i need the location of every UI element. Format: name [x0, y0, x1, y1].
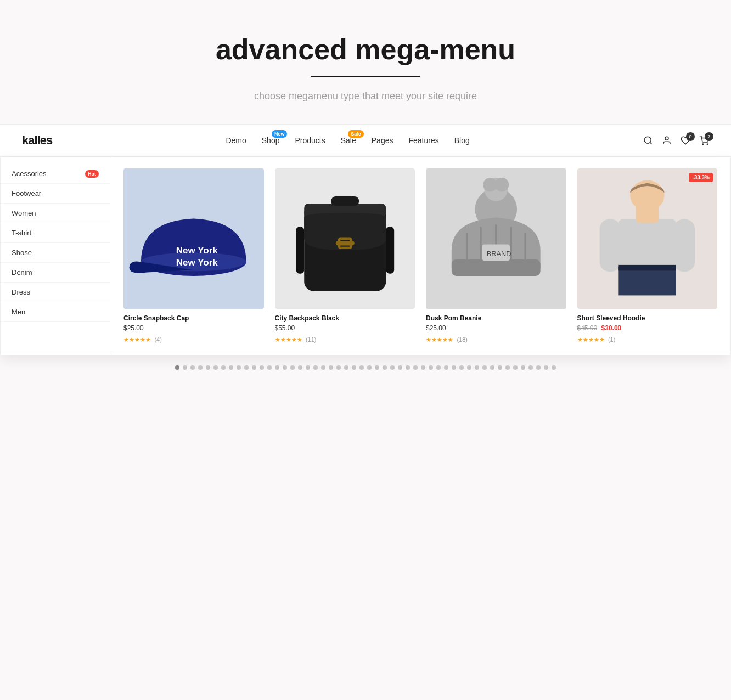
pagination-dot[interactable] — [482, 365, 487, 370]
pagination-dot[interactable] — [521, 365, 525, 370]
sidebar-item-tshirt[interactable]: T-shirt — [1, 223, 110, 243]
site-logo[interactable]: kalles — [22, 133, 52, 148]
pagination-dot[interactable] — [313, 365, 318, 370]
wishlist-button[interactable]: 0 — [681, 136, 690, 145]
sidebar-item-dress[interactable]: Dress — [1, 283, 110, 302]
pagination-dot[interactable] — [513, 365, 518, 370]
pagination-dot[interactable] — [290, 365, 295, 370]
pagination-dot[interactable] — [528, 365, 533, 370]
pagination-dot[interactable] — [336, 365, 341, 370]
pagination-dot[interactable] — [321, 365, 325, 370]
nav-item-features[interactable]: Features — [408, 136, 438, 145]
product-price-beanie: $25.00 — [426, 324, 566, 332]
pagination-dot[interactable] — [498, 365, 502, 370]
sidebar-item-women[interactable]: Women — [1, 204, 110, 223]
pagination-dot[interactable] — [329, 365, 333, 370]
pagination-dot[interactable] — [436, 365, 441, 370]
pagination-dot[interactable] — [406, 365, 410, 370]
product-card-beanie[interactable]: BRAND Dusk Pom Beanie $25.00 ★★★★★ (18) — [426, 168, 566, 344]
pagination-dot[interactable] — [190, 365, 195, 370]
nav-link-features[interactable]: Features — [408, 136, 438, 145]
pagination-dot[interactable] — [283, 365, 287, 370]
svg-text:New York: New York — [176, 245, 218, 256]
pagination-dot[interactable] — [344, 365, 348, 370]
sidebar-label-tshirt: T-shirt — [12, 229, 31, 237]
pagination-dot[interactable] — [383, 365, 387, 370]
pagination-dot[interactable] — [536, 365, 541, 370]
pagination-dot[interactable] — [398, 365, 402, 370]
pagination-dot[interactable] — [237, 365, 241, 370]
stars-backpack: ★★★★★ — [275, 336, 302, 343]
nav-item-blog[interactable]: Blog — [454, 136, 470, 145]
pagination-dot[interactable] — [490, 365, 494, 370]
pagination-dot[interactable] — [467, 365, 471, 370]
search-icon — [643, 136, 653, 145]
cart-button[interactable]: 7 — [699, 136, 709, 145]
pagination-dot[interactable] — [260, 365, 264, 370]
pagination-dot[interactable] — [359, 365, 364, 370]
search-button[interactable] — [643, 136, 653, 145]
pagination-dot[interactable] — [421, 365, 425, 370]
pagination-dot[interactable] — [367, 365, 372, 370]
sidebar-label-shoes: Shose — [12, 249, 32, 257]
pagination-dot[interactable] — [452, 365, 456, 370]
pagination-dot[interactable] — [206, 365, 210, 370]
mega-menu-products: New York New York Circle Snapback Cap $2… — [110, 157, 730, 355]
nav-item-demo[interactable]: Demo — [226, 136, 246, 145]
nav-icons: 0 7 — [643, 136, 709, 145]
user-button[interactable] — [662, 136, 672, 145]
pagination-dot[interactable] — [505, 365, 510, 370]
nav-item-sale[interactable]: Sale Sale — [341, 136, 356, 145]
wishlist-count: 0 — [686, 132, 695, 141]
pagination-dot[interactable] — [552, 365, 556, 370]
pagination-dot[interactable] — [183, 365, 187, 370]
pagination-dot[interactable] — [352, 365, 356, 370]
nav-link-blog[interactable]: Blog — [454, 136, 470, 145]
pagination-dot[interactable] — [221, 365, 226, 370]
pagination-dot[interactable] — [198, 365, 203, 370]
sidebar-label-dress: Dress — [12, 288, 30, 296]
pagination-dot[interactable] — [213, 365, 218, 370]
svg-point-19 — [495, 178, 509, 192]
product-price-hoodie: $45.00 $30.00 — [577, 324, 718, 332]
sidebar-item-footwear[interactable]: Footwear — [1, 184, 110, 204]
product-card-backpack[interactable]: City Backpack Black $55.00 ★★★★★ (11) — [275, 168, 415, 344]
sidebar-item-men[interactable]: Men — [1, 302, 110, 322]
product-price-cap: $25.00 — [123, 324, 264, 332]
pagination-dot[interactable] — [252, 365, 256, 370]
sidebar-item-shoes[interactable]: Shose — [1, 243, 110, 263]
sidebar-item-accessories[interactable]: Acessories Hot — [1, 164, 110, 184]
stars-cap: ★★★★★ — [123, 336, 151, 343]
pagination-dot[interactable] — [390, 365, 395, 370]
pagination-dot[interactable] — [267, 365, 272, 370]
svg-text:BRAND: BRAND — [487, 250, 511, 258]
svg-rect-30 — [674, 219, 695, 272]
hero-divider — [311, 76, 420, 77]
nav-link-products[interactable]: Products — [295, 136, 325, 145]
pagination-dot[interactable] — [175, 365, 179, 370]
product-name-hoodie: Short Sleeved Hoodie — [577, 314, 718, 322]
nav-link-pages[interactable]: Pages — [372, 136, 393, 145]
pagination-dot[interactable] — [306, 365, 310, 370]
pagination-dot[interactable] — [375, 365, 379, 370]
pagination-dot[interactable] — [429, 365, 433, 370]
pagination-dot[interactable] — [229, 365, 233, 370]
product-card-hoodie[interactable]: -33.3% — [577, 168, 718, 344]
product-card-cap[interactable]: New York New York Circle Snapback Cap $2… — [123, 168, 264, 344]
pagination-dot[interactable] — [475, 365, 479, 370]
nav-item-pages[interactable]: Pages — [372, 136, 393, 145]
pagination-dot[interactable] — [275, 365, 279, 370]
pagination-dot[interactable] — [544, 365, 548, 370]
hero-section: advanced mega-menu choose megamenu type … — [0, 0, 731, 124]
pagination-dot[interactable] — [444, 365, 448, 370]
pagination-dot[interactable] — [244, 365, 249, 370]
pagination-dot[interactable] — [298, 365, 302, 370]
navbar: kalles Demo Shop New Products Sale Sale … — [0, 124, 731, 157]
pagination-dot[interactable] — [459, 365, 464, 370]
pagination-dot[interactable] — [413, 365, 418, 370]
svg-text:New York: New York — [176, 257, 218, 268]
nav-link-demo[interactable]: Demo — [226, 136, 246, 145]
nav-item-products[interactable]: Products — [295, 136, 325, 145]
sidebar-item-denim[interactable]: Denim — [1, 263, 110, 283]
nav-item-shop[interactable]: Shop New — [262, 136, 280, 145]
